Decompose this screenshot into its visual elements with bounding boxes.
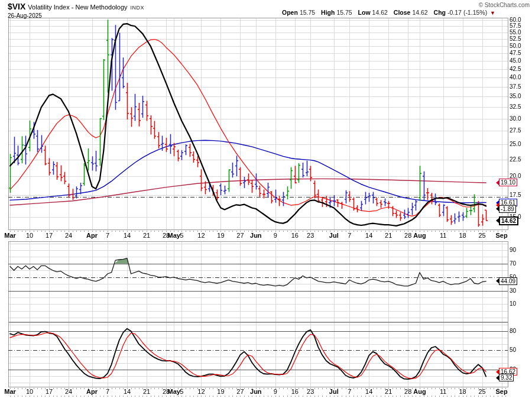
chart-title: Volatility Index - New Methodology (28, 4, 127, 11)
low-value: 14.62 (372, 9, 388, 16)
chart-header: $VIXVolatility Index - New MethodologyIN… (8, 1, 144, 19)
high-value: 15.75 (336, 9, 352, 16)
exchange-label: INDX (131, 5, 145, 11)
open-label: Open (282, 9, 298, 16)
close-label: Close (394, 9, 411, 16)
chg-label: Chg (434, 9, 446, 16)
price-chart-canvas (0, 0, 532, 398)
close-value: 14.62 (412, 9, 427, 16)
down-triangle-icon: ▼ (490, 10, 495, 16)
ohlc-quote-strip: Open15.75 High15.75 Low14.62 Close14.62 … (278, 9, 495, 16)
high-label: High (321, 9, 335, 16)
open-value: 15.75 (300, 9, 315, 16)
chart-date: 26-Aug-2025 (8, 12, 144, 19)
copyright-label: © StockCharts.com (479, 2, 530, 8)
symbol-label: $VIX (8, 2, 25, 11)
title-line: $VIXVolatility Index - New MethodologyIN… (8, 1, 144, 12)
chg-value: -0.17 (-1.15%) (447, 9, 487, 16)
low-label: Low (358, 9, 371, 16)
